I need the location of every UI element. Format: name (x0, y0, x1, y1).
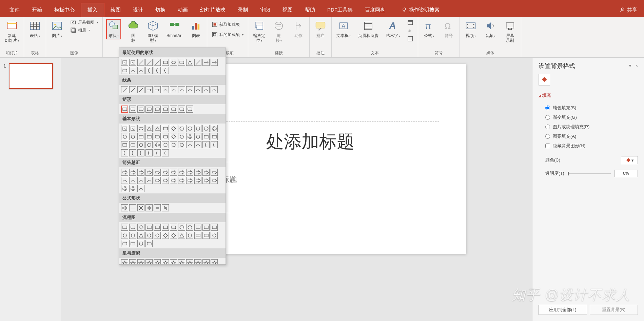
shape-item[interactable] (186, 259, 193, 265)
shape-item[interactable] (145, 59, 153, 66)
icons-button[interactable]: 图标 (126, 19, 141, 43)
tab-draw[interactable]: 绘图 (104, 3, 127, 17)
shape-item[interactable] (202, 86, 210, 93)
shape-item[interactable] (170, 169, 177, 176)
shape-item[interactable] (170, 59, 177, 66)
equation-button[interactable]: π公式 (422, 19, 436, 39)
link-button[interactable]: 链接 (271, 19, 286, 44)
shape-item[interactable] (178, 86, 185, 93)
shape-item[interactable] (170, 106, 177, 113)
shape-item[interactable] (178, 259, 185, 265)
tab-animation[interactable]: 动画 (172, 3, 194, 17)
shape-item[interactable]: A (121, 59, 128, 66)
shape-item[interactable] (170, 224, 177, 231)
shape-item[interactable] (137, 133, 144, 140)
get-addins-button[interactable]: 获取加载项 (211, 21, 245, 28)
shape-item[interactable] (145, 106, 153, 113)
shape-item[interactable] (137, 204, 144, 211)
shape-item[interactable] (137, 169, 144, 176)
shape-item[interactable] (170, 86, 177, 93)
transparency-value[interactable]: 0% (614, 170, 638, 177)
shape-item[interactable] (129, 106, 136, 113)
shape-item[interactable] (194, 177, 201, 184)
shape-item[interactable] (162, 125, 169, 132)
shape-item[interactable] (121, 185, 128, 192)
shape-item[interactable] (145, 141, 153, 148)
shape-item[interactable] (154, 133, 161, 140)
shape-item[interactable] (162, 149, 169, 156)
shape-item[interactable] (145, 224, 153, 231)
tab-file[interactable]: 文件 (3, 3, 26, 17)
shape-item[interactable] (145, 240, 153, 247)
shape-item[interactable] (162, 224, 169, 231)
shape-item[interactable] (170, 177, 177, 184)
shape-item[interactable] (145, 232, 153, 239)
tab-baidu[interactable]: 百度网盘 (359, 3, 391, 17)
shape-item[interactable] (129, 133, 136, 140)
shape-item[interactable] (186, 224, 193, 231)
shape-item[interactable] (137, 224, 144, 231)
zoom-button[interactable]: 缩放定位 (252, 19, 267, 44)
shape-item[interactable] (162, 259, 169, 265)
shape-item[interactable] (154, 224, 161, 231)
shape-item[interactable] (121, 141, 128, 148)
shape-item[interactable] (178, 141, 185, 148)
shape-item[interactable] (186, 141, 193, 148)
shape-item[interactable] (178, 106, 185, 113)
shape-item[interactable] (186, 59, 193, 66)
object-button[interactable] (406, 35, 414, 42)
shapes-button[interactable]: 形状 (106, 19, 121, 39)
shape-item[interactable] (211, 141, 218, 148)
shape-item[interactable] (194, 259, 201, 265)
shape-item[interactable] (194, 224, 201, 231)
comment-button[interactable]: 批注 (313, 19, 328, 39)
shape-item[interactable] (186, 177, 193, 184)
gradient-fill-radio[interactable]: 渐变填充(G) (545, 113, 638, 122)
shape-item[interactable] (121, 67, 128, 74)
shape-item[interactable] (137, 59, 144, 66)
shape-item[interactable] (202, 177, 210, 184)
shape-item[interactable] (178, 177, 185, 184)
tab-slideshow[interactable]: 幻灯片放映 (194, 3, 232, 17)
shape-item[interactable] (194, 232, 201, 239)
shape-item[interactable] (129, 67, 136, 74)
shape-item[interactable] (162, 86, 169, 93)
shape-item[interactable] (186, 133, 193, 140)
chart-button[interactable]: 图表 (189, 19, 203, 39)
slide-number-button[interactable]: # (406, 27, 414, 34)
shape-item[interactable] (121, 177, 128, 184)
shape-item[interactable] (154, 204, 161, 211)
shape-item[interactable] (137, 67, 144, 74)
symbol-button[interactable]: Ω符号 (441, 19, 456, 39)
shape-item[interactable] (154, 106, 161, 113)
shape-item[interactable] (202, 125, 210, 132)
date-button[interactable] (406, 19, 414, 26)
shape-item[interactable] (162, 59, 169, 66)
shape-item[interactable] (154, 232, 161, 239)
shape-item[interactable] (186, 125, 193, 132)
header-footer-button[interactable]: 页眉和页脚 (357, 19, 380, 39)
shape-item[interactable] (194, 133, 201, 140)
shape-item[interactable] (202, 169, 210, 176)
shape-item[interactable] (211, 177, 218, 184)
tab-record[interactable]: 录制 (232, 3, 254, 17)
tab-review[interactable]: 审阅 (254, 3, 276, 17)
shape-item[interactable] (186, 232, 193, 239)
shape-item[interactable] (121, 204, 128, 211)
shape-item[interactable] (129, 86, 136, 93)
shape-item[interactable] (137, 149, 144, 156)
textbox-button[interactable]: A文本框 (335, 19, 352, 39)
shape-item[interactable] (145, 259, 153, 265)
share-button[interactable]: 共享 (620, 7, 637, 13)
screen-record-button[interactable]: 屏幕录制 (503, 19, 518, 43)
shape-item[interactable] (202, 224, 210, 231)
shape-item[interactable] (162, 141, 169, 148)
shape-item[interactable] (121, 86, 128, 93)
shape-item[interactable] (211, 86, 218, 93)
shape-item[interactable] (121, 106, 128, 113)
shape-item[interactable] (145, 169, 153, 176)
shape-item[interactable] (129, 177, 136, 184)
pattern-fill-radio[interactable]: 图案填充(A) (545, 132, 638, 141)
smartart-button[interactable]: SmartArt (165, 19, 184, 39)
shape-item[interactable] (137, 125, 144, 132)
